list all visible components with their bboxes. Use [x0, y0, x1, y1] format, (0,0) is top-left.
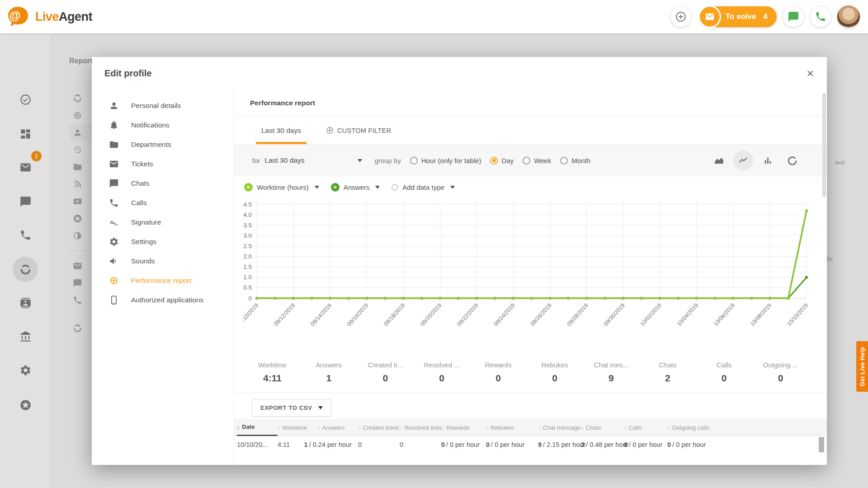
svg-text:09/16/2019: 09/16/2019 — [346, 302, 369, 328]
export-to-csv-button[interactable]: EXPORT TO CSV — [252, 399, 331, 417]
stat-value: 0 — [357, 373, 414, 384]
bar-chart-button[interactable] — [758, 150, 778, 170]
legend-add-data-type[interactable]: Add data type — [392, 183, 455, 191]
series-legend: ✕Worktime (hours)✕AnswersAdd data type — [234, 176, 827, 198]
radio-icon — [523, 157, 530, 164]
liveagent-logo[interactable]: @ LiveAgent — [0, 6, 92, 27]
modal-scrollbar[interactable] — [822, 93, 826, 197]
column-header-chats[interactable]: ↑↓Chats — [581, 419, 624, 436]
svg-text:1.0: 1.0 — [243, 274, 252, 281]
legend-answers[interactable]: ✕Answers — [331, 183, 380, 192]
line-chart-icon — [738, 155, 749, 166]
nav-item-chats[interactable]: Chats — [92, 174, 234, 193]
radio-day[interactable]: Day — [490, 157, 514, 164]
radio-label: Day — [501, 157, 514, 164]
column-header-answers[interactable]: ↑↓Answers — [317, 419, 358, 436]
svg-text:09/30/2019: 09/30/2019 — [603, 302, 626, 328]
stat-value: 0 — [527, 373, 583, 384]
nav-item-label: Signature — [131, 218, 161, 226]
column-header-resolved-ticke[interactable]: ↑↓Resolved ticke — [400, 419, 442, 436]
close-icon[interactable] — [806, 69, 814, 78]
to-solve-button[interactable]: To solve 4 — [701, 6, 777, 27]
chats-button[interactable] — [783, 6, 804, 27]
table-row[interactable]: 10/10/20...4:111 / 0.24 per hour000 / 0 … — [234, 436, 827, 453]
remove-series-icon[interactable]: ✕ — [331, 183, 340, 192]
table-cell: 0 / 0 per hour — [442, 441, 486, 448]
column-header-rewards[interactable]: ↑↓Rewards — [442, 419, 486, 436]
stat-label: Outgoing ... — [752, 361, 809, 369]
sort-icon: ↑↓ — [278, 425, 280, 430]
column-header-outgoing-calls[interactable]: ↑↓Outgoing calls — [667, 419, 827, 436]
radio-hour-only-for-table-[interactable]: Hour (only for table) — [410, 157, 481, 164]
stat-label: Chat mes... — [583, 361, 639, 369]
nav-item-tickets[interactable]: Tickets — [92, 154, 234, 174]
nav-item-performance-report[interactable]: Performance report — [92, 271, 234, 290]
mobile-icon — [109, 295, 119, 305]
legend-worktime-hours-[interactable]: ✕Worktime (hours) — [244, 183, 319, 192]
sort-icon: ↑↓ — [400, 425, 402, 430]
range-select[interactable]: Last 30 days — [265, 156, 362, 164]
nav-item-departments[interactable]: Departments — [92, 135, 234, 154]
stat-label: Worktime — [244, 361, 301, 369]
modal-title: Edit profile — [104, 68, 151, 79]
phone-icon — [109, 198, 119, 208]
nav-item-personal-details[interactable]: Personal details — [92, 96, 234, 115]
radio-month[interactable]: Month — [560, 157, 590, 164]
column-header-calls[interactable]: ↑↓Calls — [624, 419, 667, 436]
stat-label: Answers — [301, 361, 357, 369]
envelope-icon — [698, 5, 721, 28]
area-chart-button[interactable] — [709, 150, 729, 170]
column-header-rebukes[interactable]: ↑↓Rebukes — [486, 419, 538, 436]
chevron-down-icon — [358, 159, 362, 162]
stat-outgoing-: Outgoing ...0 — [752, 361, 809, 393]
add-button[interactable] — [670, 6, 691, 27]
column-label: Date — [242, 423, 255, 430]
table-cell: 0 / 0 per hour — [667, 441, 827, 448]
nav-item-signature[interactable]: Signature — [92, 212, 234, 232]
nav-item-label: Performance report — [131, 277, 192, 285]
to-solve-count: 4 — [764, 12, 768, 21]
line-chart-button[interactable] — [733, 150, 753, 170]
nav-item-label: Notifications — [131, 121, 169, 129]
column-header-chat-message[interactable]: ↑↓Chat message — [538, 419, 581, 436]
get-live-help-tab[interactable]: Get Live Help — [856, 341, 868, 392]
svg-text:10/04/2019: 10/04/2019 — [676, 302, 699, 328]
column-header-created-ticket[interactable]: ↑↓Created ticket — [358, 419, 400, 436]
mail-icon — [109, 159, 119, 169]
svg-text:09/26/2019: 09/26/2019 — [529, 302, 552, 328]
sort-icon: ↑↓ — [624, 425, 627, 430]
calls-button[interactable] — [810, 6, 831, 27]
chat-icon — [788, 11, 799, 23]
sort-icon: ↑↓ — [317, 425, 320, 430]
svg-text:09/12/2019: 09/12/2019 — [273, 302, 296, 328]
column-header-date[interactable]: ↓Date — [237, 419, 278, 436]
signature-icon — [109, 217, 119, 227]
add-series-radio-icon[interactable] — [392, 184, 398, 191]
refresh-button[interactable] — [782, 150, 802, 170]
refresh-icon — [787, 155, 798, 166]
nav-item-notifications[interactable]: Notifications — [92, 115, 234, 135]
remove-series-icon[interactable]: ✕ — [244, 183, 253, 192]
column-header-worktime[interactable]: ↑↓Worktime — [278, 419, 317, 436]
legend-label: Add data type — [402, 183, 444, 191]
tab-last-30-days[interactable]: Last 30 days — [261, 117, 301, 144]
svg-text:2.0: 2.0 — [243, 253, 252, 260]
svg-text:09/22/2019: 09/22/2019 — [456, 302, 479, 328]
nav-item-label: Calls — [131, 199, 146, 207]
user-avatar[interactable] — [837, 5, 860, 28]
tab-custom-filter[interactable]: CUSTOM FILTER — [326, 117, 391, 144]
radio-icon — [410, 157, 418, 164]
chart-type-switcher — [709, 145, 802, 176]
nav-item-authorized-applications[interactable]: Authorized applications — [92, 290, 234, 310]
radio-week[interactable]: Week — [523, 157, 551, 164]
svg-text:4.5: 4.5 — [243, 201, 252, 208]
nav-item-calls[interactable]: Calls — [92, 193, 234, 212]
nav-item-settings[interactable]: Settings — [92, 232, 234, 251]
table-cell: 10/10/20... — [237, 441, 278, 448]
stat-calls: Calls0 — [696, 361, 752, 393]
nav-item-sounds[interactable]: Sounds — [92, 251, 234, 271]
profile-nav: Personal detailsNotificationsDepartments… — [92, 89, 234, 465]
table-scrollbar[interactable] — [819, 437, 824, 452]
section-header: Performance report — [234, 89, 827, 117]
svg-text:09/20/2019: 09/20/2019 — [419, 302, 443, 328]
